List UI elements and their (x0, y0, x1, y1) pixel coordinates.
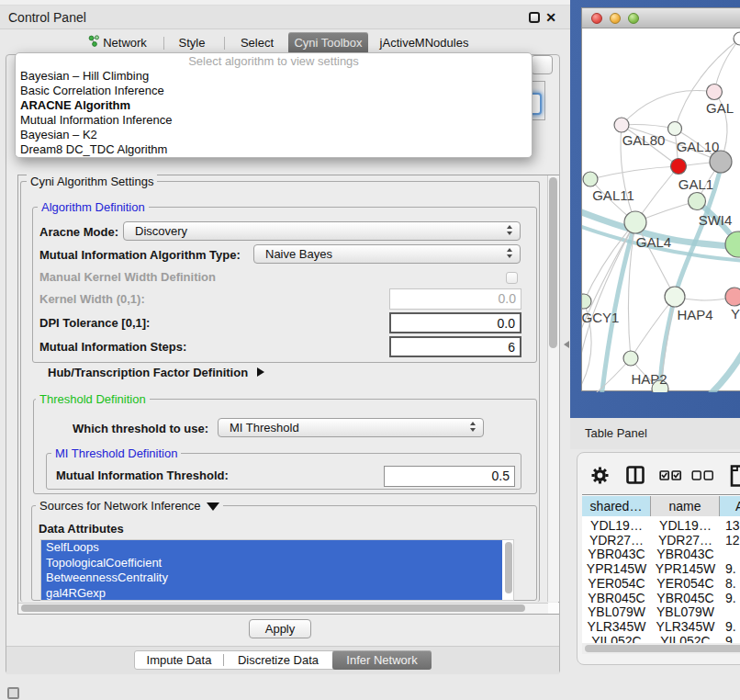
dpi-tolerance-label: DPI Tolerance [0,1]: (39, 316, 150, 330)
attribute-list-item[interactable]: gal4RGexp (41, 586, 502, 602)
split-view-icon[interactable] (626, 465, 645, 485)
tab-infer-network[interactable]: Infer Network (332, 650, 432, 670)
column-header-3[interactable]: A (720, 496, 740, 516)
minimize-window-icon[interactable] (610, 13, 621, 24)
network-view-window: GALGAL80GAL10GAL1GAL11SWI4GAL4GCY1HAP4YH… (581, 7, 740, 391)
vertical-scrollbar-thumb[interactable] (549, 177, 557, 348)
combo-arrows-icon (507, 248, 514, 258)
tab-impute-data[interactable]: Impute Data (135, 651, 223, 669)
table-row[interactable]: YER054CYER054C8. (582, 576, 740, 591)
table-row[interactable]: YBR043CYBR043C (582, 547, 740, 561)
attribute-list-item[interactable]: SelfLoops (41, 540, 502, 556)
table-cell: 9. (720, 619, 740, 634)
table-row[interactable]: YPR145WYPR145W9. (582, 561, 740, 576)
float-panel-icon[interactable] (529, 12, 540, 23)
aracne-mode-combobox[interactable]: Discovery (123, 221, 521, 241)
which-threshold-label: Which threshold to use: (73, 422, 208, 435)
collapse-arrow-icon[interactable] (207, 502, 219, 511)
network-node[interactable] (624, 211, 646, 233)
tab-network[interactable]: Network (102, 33, 148, 53)
table-cell: YER054C (651, 576, 720, 591)
network-node[interactable] (689, 193, 706, 210)
table-cell: YBL079W (651, 604, 720, 619)
manual-kernel-checkbox[interactable] (506, 272, 518, 284)
network-node[interactable] (707, 85, 723, 100)
apply-button[interactable]: Apply (249, 619, 311, 638)
dropdown-prompt: Select algorithm to view settings (16, 53, 532, 69)
dpi-tolerance-field[interactable]: 0.0 (389, 312, 521, 333)
table-row[interactable]: YBL079WYBL079W (582, 604, 740, 619)
network-edge[interactable] (714, 39, 740, 92)
network-node[interactable] (614, 118, 629, 132)
expand-arrow-icon[interactable] (257, 367, 264, 377)
network-edge-highlighted[interactable] (599, 222, 635, 392)
data-attributes-list[interactable]: SelfLoopsTopologicalCoefficientBetweenne… (40, 539, 514, 601)
dropdown-item[interactable]: Bayesian – Hill Climbing (16, 69, 532, 84)
kernel-width-field[interactable]: 0.0 (389, 288, 521, 310)
mi-type-combobox[interactable]: Naive Bayes (253, 244, 521, 264)
docked-panel-icon[interactable] (7, 687, 19, 699)
tab-select[interactable]: Select (236, 33, 278, 53)
network-node[interactable] (668, 122, 682, 136)
mi-threshold-field[interactable]: 0.5 (384, 466, 515, 487)
table-hscrollbar-thumb[interactable] (585, 645, 740, 652)
network-node[interactable] (623, 351, 638, 366)
new-table-icon[interactable] (729, 465, 740, 487)
dropdown-item[interactable]: Basic Correlation Inference (16, 84, 532, 98)
column-header-1[interactable]: shared… (582, 496, 651, 516)
network-edge[interactable] (590, 166, 678, 179)
select-all-columns-icon[interactable] (659, 465, 682, 485)
control-panel-titlebar: Control Panel ✕ (0, 6, 570, 29)
network-node[interactable] (725, 288, 740, 306)
horizontal-scrollbar-thumb[interactable] (21, 604, 525, 612)
attribute-list-item[interactable]: BetweennessCentrality (41, 570, 502, 586)
close-window-icon[interactable] (591, 13, 602, 24)
table-row[interactable]: YIL052CYIL052C9. (582, 634, 740, 643)
network-canvas[interactable]: GALGAL80GAL10GAL1GAL11SWI4GAL4GCY1HAP4YH… (582, 28, 740, 392)
close-panel-icon[interactable]: ✕ (544, 6, 558, 29)
network-edge[interactable] (622, 91, 714, 126)
tab-jactivemnodules[interactable]: jActiveMNodules (373, 33, 476, 53)
network-node[interactable] (665, 287, 685, 307)
network-edge[interactable] (622, 125, 675, 130)
tab-style[interactable]: Style (171, 33, 213, 53)
network-edge[interactable] (582, 389, 660, 392)
hub-definition-label[interactable]: Hub/Transcription Factor Definition (48, 366, 248, 379)
network-node[interactable] (710, 151, 732, 173)
dropdown-item[interactable]: Bayesian – K2 (16, 128, 532, 142)
splitter-collapse-icon[interactable] (564, 341, 569, 348)
network-node[interactable] (725, 231, 740, 257)
network-node-label: Y (731, 306, 740, 322)
node-table[interactable]: shared…nameA YDL19…YDL19…13YDR27…YDR27…1… (582, 494, 740, 643)
table-panel-titlebar: Table Panel (570, 418, 740, 449)
network-edge-highlighted[interactable] (667, 348, 740, 392)
network-node[interactable] (583, 172, 598, 186)
list-scrollbar-thumb[interactable] (505, 542, 512, 593)
tab-discretize-data[interactable]: Discretize Data (224, 651, 332, 669)
table-row[interactable]: YDL19…YDL19…13 (582, 518, 740, 533)
gear-icon[interactable] (591, 465, 609, 485)
tab-cyni-toolbox[interactable]: Cyni Toolbox (288, 32, 368, 54)
network-node-label: GAL (706, 100, 734, 116)
dropdown-item[interactable]: Mutual Information Inference (16, 113, 532, 128)
table-row[interactable]: YDR27…YDR27…12 (582, 533, 740, 548)
tab-separator (163, 37, 164, 50)
mi-type-value: Naive Bayes (265, 247, 332, 261)
mi-steps-field[interactable]: 6 (389, 336, 521, 357)
network-node[interactable] (671, 159, 687, 175)
table-cell: YDL19… (582, 518, 651, 533)
dropdown-item[interactable]: ARACNE Algorithm (16, 98, 532, 113)
algorithm-combobox-partial[interactable] (531, 55, 553, 74)
attribute-list-item[interactable]: TopologicalCoefficient (41, 556, 502, 571)
combo-arrows-icon (507, 225, 514, 235)
tab-infer-network-label: Infer Network (332, 650, 432, 670)
zoom-window-icon[interactable] (628, 13, 639, 24)
column-header-2[interactable]: name (651, 496, 720, 516)
network-node[interactable] (582, 294, 591, 309)
unselect-all-columns-icon[interactable] (691, 465, 714, 485)
which-threshold-combobox[interactable]: MI Threshold (218, 418, 484, 437)
dropdown-item[interactable]: Dream8 DC_TDC Algorithm (16, 142, 532, 157)
table-row[interactable]: YBR045CYBR045C9. (582, 591, 740, 605)
table-row[interactable]: YLR345WYLR345W9. (582, 619, 740, 634)
table-cell: YPR145W (582, 561, 651, 576)
